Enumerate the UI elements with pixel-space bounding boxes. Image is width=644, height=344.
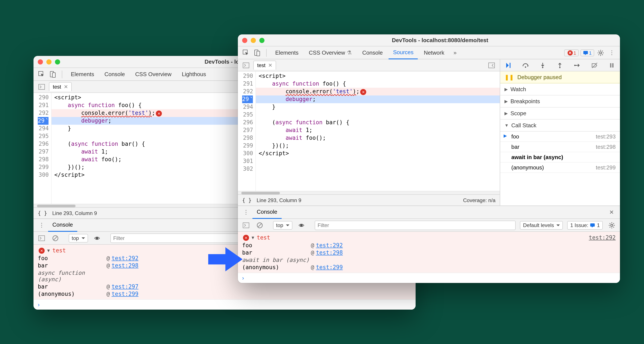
debugger-sidebar: ❚❚Debugger paused ▶Watch ▶Breakpoints ▶S… [500, 59, 620, 206]
navigator-toggle-icon[interactable] [37, 82, 46, 91]
svg-rect-22 [612, 63, 614, 67]
editor-statusbar: { } Line 293, Column 9 Coverage: n/a [238, 194, 500, 206]
titlebar[interactable]: DevTools - localhost:8080/demo/test [238, 34, 620, 46]
main-toolbar: Elements CSS Overview ⚗ Console Sources … [238, 46, 620, 59]
inspect-icon[interactable] [241, 48, 251, 57]
section-callstack[interactable]: ▼Call Stack [500, 119, 620, 132]
section-scope[interactable]: ▶Scope [500, 107, 620, 119]
file-tab-label: test [257, 62, 266, 68]
stack-frame[interactable]: await in bar (async) [238, 256, 620, 264]
svg-point-18 [560, 67, 561, 68]
source-link[interactable]: test:292 [589, 234, 616, 241]
tab-elements[interactable]: Elements [66, 68, 98, 81]
live-expression-icon[interactable] [92, 233, 102, 243]
tab-network[interactable]: Network [420, 46, 448, 59]
section-breakpoints[interactable]: ▶Breakpoints [500, 95, 620, 107]
tab-lighthouse[interactable]: Lighthous [178, 68, 210, 81]
resume-icon[interactable] [504, 60, 513, 70]
stack-frame[interactable]: bar@test:298 [238, 249, 620, 256]
svg-point-19 [574, 65, 575, 66]
cursor-position: Line 293, Column 9 [52, 210, 97, 216]
tab-console[interactable]: Console [358, 46, 387, 59]
step-icon[interactable] [572, 60, 582, 70]
step-into-icon[interactable] [538, 60, 548, 70]
console-settings-icon[interactable] [607, 220, 616, 230]
issues-indicator[interactable]: 1 Issue: 1 [567, 221, 603, 229]
close-icon[interactable]: ✕ [64, 84, 68, 90]
coverage-status: Coverage: n/a [463, 197, 496, 203]
inspect-icon[interactable] [37, 69, 46, 79]
console-prompt[interactable]: › [238, 273, 620, 283]
tab-css-overview[interactable]: CSS Overview [131, 68, 176, 81]
debugger-controls [500, 59, 620, 71]
close-icon[interactable]: ✕ [268, 62, 272, 68]
close-drawer-icon[interactable]: ✕ [607, 209, 616, 215]
callstack-frame[interactable]: footest:293 [500, 132, 620, 142]
traffic-lights[interactable] [38, 59, 60, 64]
svg-rect-14 [488, 63, 494, 68]
device-icon[interactable] [48, 69, 58, 79]
error-icon[interactable] [360, 89, 366, 95]
error-counter[interactable]: 1 [564, 49, 579, 56]
drawer-menu-icon[interactable]: ⋮ [241, 208, 251, 217]
flask-icon: ⚗ [347, 50, 352, 56]
drawer-menu-icon[interactable]: ⋮ [37, 220, 46, 230]
pretty-print-icon[interactable]: { } [38, 210, 47, 216]
clear-console-icon[interactable] [51, 233, 60, 243]
console-output[interactable]: ▼testtest:292foo@test:292bar@test:298awa… [238, 232, 620, 273]
navigator-toggle-icon[interactable] [241, 60, 251, 70]
step-over-icon[interactable] [521, 60, 530, 70]
device-icon[interactable] [252, 48, 262, 57]
traffic-lights[interactable] [242, 38, 264, 43]
window-title: DevTools - localhost:8080/demo/test [264, 37, 616, 43]
horizontal-scrollbar[interactable] [238, 191, 500, 194]
stack-frame[interactable]: foo@test:292 [238, 242, 620, 249]
svg-rect-3 [39, 84, 45, 89]
svg-rect-15 [510, 63, 510, 68]
console-toolbar: top Default levels 1 Issue: 1 [238, 219, 620, 232]
callstack-frame[interactable]: bartest:298 [500, 142, 620, 152]
console-filter-input[interactable] [314, 220, 516, 230]
comparison-arrow-icon [208, 246, 242, 272]
console-sidebar-toggle-icon[interactable] [37, 233, 46, 243]
tab-sources[interactable]: Sources [389, 46, 418, 59]
svg-rect-21 [610, 63, 611, 67]
step-out-icon[interactable] [555, 60, 565, 70]
stack-frame[interactable]: bar@test:297 [34, 283, 416, 290]
issue-counter[interactable]: 1 [580, 49, 594, 56]
console-sidebar-toggle-icon[interactable] [241, 220, 251, 230]
source-editor[interactable]: 290291292293294295296297298299300301302 … [238, 71, 500, 191]
debugger-sidebar-toggle-icon[interactable] [487, 60, 496, 70]
tab-elements[interactable]: Elements [271, 46, 303, 59]
drawer-tab-console[interactable]: Console [48, 219, 77, 232]
tab-console[interactable]: Console [100, 68, 129, 81]
stack-frame[interactable]: (anonymous)@test:299 [34, 290, 416, 298]
pretty-print-icon[interactable]: { } [242, 197, 251, 203]
devtools-window-right: DevTools - localhost:8080/demo/test Elem… [238, 34, 620, 283]
more-tabs-icon[interactable]: » [450, 48, 460, 57]
file-tab-test[interactable]: test✕ [253, 61, 276, 70]
deactivate-breakpoints-icon[interactable] [590, 60, 599, 70]
live-expression-icon[interactable] [296, 220, 306, 230]
clear-console-icon[interactable] [255, 220, 264, 230]
file-tabstrip: test✕ [238, 59, 500, 71]
file-tab-test[interactable]: test✕ [49, 82, 72, 91]
drawer-tab-console[interactable]: Console [252, 206, 282, 219]
file-tab-label: test [53, 84, 61, 90]
settings-icon[interactable] [596, 48, 605, 57]
context-selector[interactable]: top [69, 234, 88, 242]
error-icon [243, 235, 249, 241]
tab-css-overview[interactable]: CSS Overview ⚗ [304, 46, 356, 59]
callstack-frame[interactable]: await in bar (async) [500, 152, 620, 162]
svg-rect-27 [590, 223, 595, 226]
console-prompt[interactable]: › [34, 299, 416, 310]
log-levels-selector[interactable]: Default levels [520, 221, 563, 229]
stack-frame[interactable]: (anonymous)@test:299 [238, 264, 620, 271]
svg-line-25 [258, 223, 262, 227]
error-icon[interactable] [156, 110, 162, 116]
callstack-frame[interactable]: (anonymous)test:299 [500, 162, 620, 173]
pause-exceptions-icon[interactable] [607, 60, 616, 70]
context-selector[interactable]: top [273, 221, 292, 229]
section-watch[interactable]: ▶Watch [500, 83, 620, 95]
kebab-menu-icon[interactable]: ⋮ [607, 48, 616, 57]
